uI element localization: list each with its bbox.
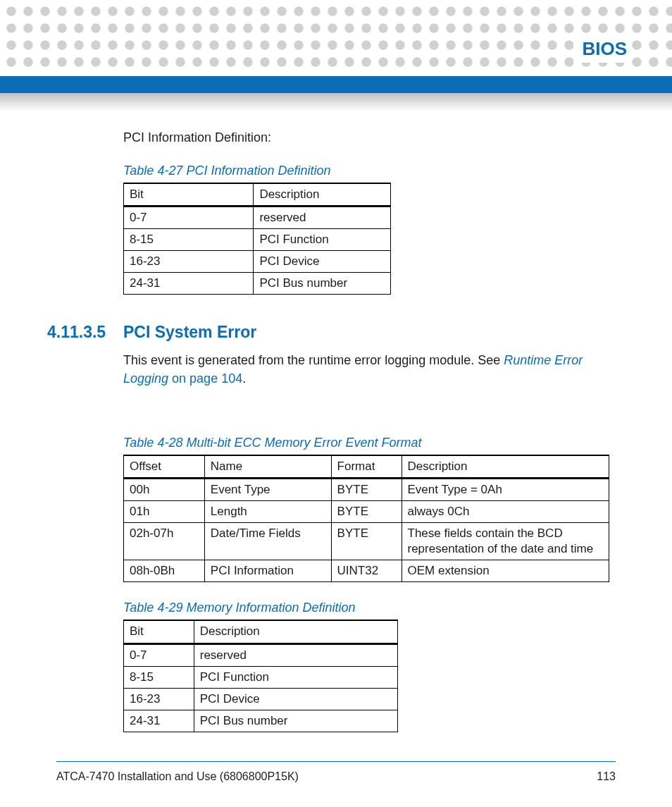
table-27: Bit Description 0-7reserved 8-15PCI Func… xyxy=(123,183,391,295)
table-header-cell: Name xyxy=(204,455,331,479)
table-cell: BYTE xyxy=(331,501,402,523)
footer-page-number: 113 xyxy=(597,770,616,783)
header-blue-bar xyxy=(0,76,672,93)
table-cell: reserved xyxy=(194,643,397,666)
intro-paragraph: PCI Information Definition: xyxy=(123,130,605,145)
table-28: Offset Name Format Description 00hEvent … xyxy=(123,455,609,583)
section-number: 4.11.3.5 xyxy=(47,323,123,342)
table-29-caption: Table 4-29 Memory Information Definition xyxy=(123,600,605,615)
table-row: 8-15PCI Function xyxy=(124,666,398,688)
table-27-caption: Table 4-27 PCI Information Definition xyxy=(123,164,605,178)
table-cell: 0-7 xyxy=(124,207,254,229)
table-header-cell: Description xyxy=(194,620,397,643)
table-cell: PCI Function xyxy=(254,229,391,251)
table-header-cell: Description xyxy=(254,183,391,207)
table-row: 02h-07hDate/Time FieldsBYTEThese fields … xyxy=(124,523,609,560)
table-cell: PCI Information xyxy=(204,560,331,582)
table-header-cell: Offset xyxy=(124,455,205,479)
table-cell: Length xyxy=(204,501,331,523)
table-cell: 01h xyxy=(124,501,205,523)
table-cell: Event Type xyxy=(204,478,331,500)
table-cell: 08h-0Bh xyxy=(124,560,205,582)
table-header-cell: Description xyxy=(402,455,609,479)
table-row: Bit Description xyxy=(124,183,391,207)
table-header-cell: Format xyxy=(331,455,402,479)
section-title: PCI System Error xyxy=(123,323,256,342)
table-cell: PCI Bus number xyxy=(194,710,397,732)
table-cell: reserved xyxy=(254,207,391,229)
table-cell: 00h xyxy=(124,478,205,500)
table-cell: BYTE xyxy=(331,478,402,500)
table-cell: Event Type = 0Ah xyxy=(402,478,609,500)
table-row: 24-31PCI Bus number xyxy=(124,273,391,295)
page-header-title: BIOS xyxy=(573,34,630,63)
table-cell: 0-7 xyxy=(124,643,194,666)
table-cell: PCI Device xyxy=(194,688,397,710)
table-cell: Date/Time Fields xyxy=(204,523,331,560)
table-row: 16-23PCI Device xyxy=(124,251,391,273)
table-row: 0-7reserved xyxy=(124,207,391,229)
link-tail[interactable]: on page 104 xyxy=(168,371,242,386)
table-cell: These fields contain the BCD representat… xyxy=(402,523,609,560)
table-row: 24-31PCI Bus number xyxy=(124,710,398,732)
table-row: 8-15PCI Function xyxy=(124,229,391,251)
table-row: Bit Description xyxy=(124,620,398,643)
table-29: Bit Description 0-7reserved 8-15PCI Func… xyxy=(123,620,398,732)
table-cell: UINT32 xyxy=(331,560,402,582)
table-cell: PCI Bus number xyxy=(254,273,391,295)
header-dot-pattern xyxy=(0,0,672,70)
table-cell: 24-31 xyxy=(124,710,194,732)
table-row: 16-23PCI Device xyxy=(124,688,398,710)
footer-doc-title: ATCA-7470 Installation and Use (6806800P… xyxy=(56,770,299,783)
table-cell: 8-15 xyxy=(124,666,194,688)
page-content: PCI Information Definition: Table 4-27 P… xyxy=(123,130,605,732)
table-cell: always 0Ch xyxy=(402,501,609,523)
table-row: Offset Name Format Description xyxy=(124,455,609,479)
table-cell: OEM extension xyxy=(402,560,609,582)
table-cell: 8-15 xyxy=(124,229,254,251)
table-cell: PCI Function xyxy=(194,666,397,688)
table-cell: 16-23 xyxy=(124,251,254,273)
table-row: 01hLengthBYTEalways 0Ch xyxy=(124,501,609,523)
table-header-cell: Bit xyxy=(124,620,194,643)
table-row: 00hEvent TypeBYTEEvent Type = 0Ah xyxy=(124,478,609,500)
table-row: 08h-0BhPCI InformationUINT32OEM extensio… xyxy=(124,560,609,582)
table-28-caption: Table 4-28 Multi-bit ECC Memory Error Ev… xyxy=(123,436,605,450)
table-cell: 02h-07h xyxy=(124,523,205,560)
table-cell: 24-31 xyxy=(124,273,254,295)
table-cell: PCI Device xyxy=(254,251,391,273)
table-cell: BYTE xyxy=(331,523,402,560)
table-cell: 16-23 xyxy=(124,688,194,710)
table-row: 0-7reserved xyxy=(124,643,398,666)
page-footer: ATCA-7470 Installation and Use (6806800P… xyxy=(56,761,616,783)
header-shadow xyxy=(0,93,672,111)
para-period: . xyxy=(242,371,246,386)
section-heading: 4.11.3.5 PCI System Error xyxy=(123,323,605,342)
section-paragraph: This event is generated from the runtime… xyxy=(123,352,605,387)
table-header-cell: Bit xyxy=(124,183,254,207)
para-text: This event is generated from the runtime… xyxy=(123,353,504,367)
